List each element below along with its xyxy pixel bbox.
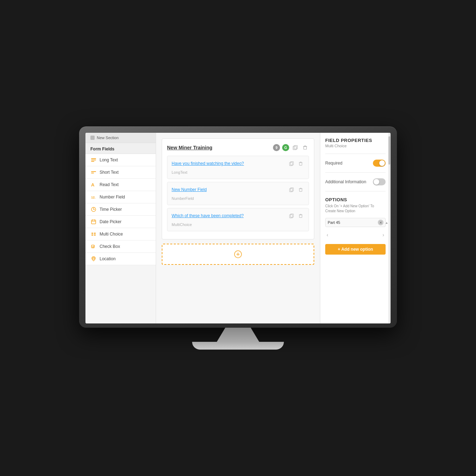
panel-title-section: FIELD PROPERTIES Multi Choice: [325, 138, 386, 148]
option-prev-button[interactable]: ‹: [325, 232, 330, 238]
new-section-placeholder[interactable]: [162, 244, 314, 265]
field-card-3-header: Which of these have been completed?: [172, 212, 304, 220]
additional-info-toggle-row: Additional Information: [325, 178, 386, 185]
long-text-icon: [90, 157, 97, 163]
divider-3: [325, 191, 386, 191]
sidebar-item-label: Check Box: [100, 244, 120, 249]
sidebar-item-number-field[interactable]: 12. Number Field: [85, 191, 156, 203]
options-section: OPTIONS Click On '+ Add New Option' To C…: [325, 197, 386, 214]
svg-rect-2: [91, 161, 94, 162]
additional-info-toggle-knob: [374, 179, 379, 185]
sidebar-item-label: Read Text: [100, 182, 119, 187]
sidebar-item-label: Time Picker: [100, 207, 122, 212]
required-label: Required: [325, 161, 343, 166]
location-icon: [90, 256, 97, 262]
options-title: OPTIONS: [325, 197, 386, 202]
monitor-wrapper: New Section Form Fields Long Text Short …: [79, 126, 397, 350]
field-card-3-actions: [287, 212, 304, 220]
field-card-2-header: New Number Field: [172, 186, 304, 194]
badge-count: 9: [273, 144, 280, 151]
svg-rect-1: [91, 160, 96, 160]
field-card-1: Have you finished watching the video? L: [167, 156, 309, 179]
add-new-option-label: + Add new option: [338, 247, 373, 252]
sidebar-item-time-picker[interactable]: Time Picker: [85, 203, 156, 216]
sidebar-item-check-box[interactable]: Check Box: [85, 240, 156, 253]
svg-rect-15: [94, 233, 96, 234]
option-input[interactable]: [328, 220, 376, 225]
copy-field-2-button[interactable]: [287, 186, 295, 194]
sidebar: New Section Form Fields Long Text Short …: [85, 133, 156, 323]
svg-rect-28: [299, 189, 302, 191]
field-card-1-actions: [287, 160, 304, 167]
section-icon: [90, 136, 95, 140]
section-icons: 9 G: [273, 144, 309, 151]
svg-text:A: A: [91, 182, 95, 188]
time-icon: [90, 206, 97, 213]
option-nav: ‹ ›: [325, 232, 386, 238]
sidebar-item-date-picker[interactable]: Date Picker: [85, 216, 156, 228]
additional-info-toggle[interactable]: [373, 178, 386, 185]
delete-field-3-button[interactable]: [297, 212, 304, 220]
panel-subtitle: Multi Choice: [325, 144, 386, 148]
svg-text:12.: 12.: [91, 196, 96, 199]
sidebar-item-location[interactable]: Location: [85, 253, 156, 265]
field-title-1[interactable]: Have you finished watching the video?: [172, 161, 244, 166]
sidebar-item-read-text[interactable]: A Read Text: [85, 179, 156, 191]
svg-rect-31: [299, 215, 302, 217]
field-type-3: MultiChoice: [172, 222, 304, 227]
section-header[interactable]: New Section: [85, 133, 156, 143]
monitor-stand-base: [192, 342, 284, 350]
field-type-2: NumberField: [172, 196, 304, 201]
required-toggle-knob: [379, 160, 385, 166]
option-input-row: ✕ ▲: [325, 218, 386, 227]
svg-rect-17: [94, 234, 96, 236]
svg-rect-14: [91, 233, 93, 234]
divider-2: [325, 172, 386, 173]
add-new-option-button[interactable]: + Add new option: [325, 244, 386, 255]
option-expand-button[interactable]: ▲: [385, 221, 388, 225]
sidebar-item-label: Long Text: [100, 157, 118, 162]
required-toggle[interactable]: [373, 160, 386, 167]
copy-field-3-button[interactable]: [287, 212, 295, 220]
field-title-3[interactable]: Which of these have been completed?: [172, 213, 244, 218]
multi-choice-icon: [90, 231, 97, 237]
sidebar-item-label: Date Picker: [100, 219, 121, 224]
badge-g: G: [282, 144, 289, 151]
svg-rect-4: [91, 173, 94, 173]
section-title-row: New Miner Training 9 G: [167, 144, 309, 151]
sidebar-item-label: Number Field: [100, 195, 125, 200]
svg-rect-25: [299, 162, 302, 165]
main-content: New Miner Training 9 G: [156, 133, 320, 323]
required-toggle-row: Required: [325, 160, 386, 167]
copy-field-1-button[interactable]: [287, 160, 295, 167]
option-next-button[interactable]: ›: [381, 232, 386, 238]
svg-rect-10: [91, 220, 96, 224]
sidebar-item-multi-choice[interactable]: Multi Choice: [85, 228, 156, 240]
additional-info-label: Additional Information: [325, 179, 366, 184]
field-card-2: New Number Field NumberField: [167, 182, 309, 205]
form-fields-title: Form Fields: [85, 143, 156, 154]
section-title[interactable]: New Miner Training: [167, 145, 212, 150]
monitor-stand-neck: [217, 328, 259, 342]
sidebar-item-label: Multi Choice: [100, 232, 123, 237]
sidebar-item-label: Location: [100, 256, 115, 261]
field-card-3: Which of these have been completed? Mul: [167, 208, 309, 231]
copy-section-button[interactable]: [291, 144, 299, 151]
field-card-1-header: Have you finished watching the video?: [172, 160, 304, 167]
option-clear-button[interactable]: ✕: [378, 220, 383, 225]
sidebar-item-short-text[interactable]: Short Text: [85, 166, 156, 179]
delete-field-2-button[interactable]: [297, 186, 304, 194]
form-section: New Miner Training 9 G: [162, 138, 314, 239]
svg-rect-0: [91, 158, 96, 159]
sidebar-item-long-text[interactable]: Long Text: [85, 154, 156, 166]
number-icon: 12.: [90, 194, 97, 200]
svg-rect-3: [91, 171, 96, 172]
field-title-2[interactable]: New Number Field: [172, 187, 207, 192]
right-panel: FIELD PROPERTIES Multi Choice Required A…: [320, 133, 391, 323]
section-label: New Section: [97, 136, 119, 140]
delete-field-1-button[interactable]: [297, 160, 304, 167]
divider-1: [325, 154, 386, 154]
field-type-1: LongText: [172, 169, 304, 175]
monitor-body: New Section Form Fields Long Text Short …: [79, 126, 397, 328]
delete-section-button[interactable]: [301, 144, 309, 151]
